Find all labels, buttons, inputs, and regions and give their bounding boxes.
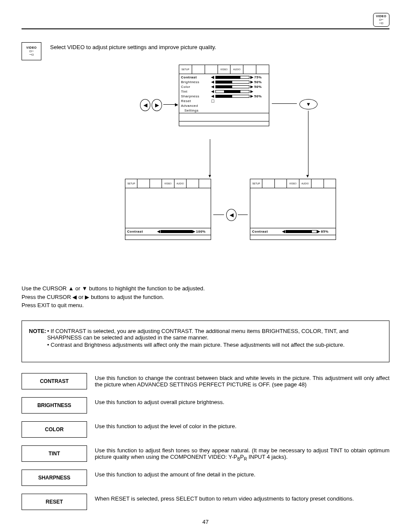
dpad-left-icon: ◀ (140, 99, 150, 111)
note-bullet-1: • If CONTRAST is selected, you are adjus… (47, 328, 382, 341)
note-box: NOTE: • If CONTRAST is selected, you are… (22, 320, 389, 362)
intro-row: VIDEO ◻——◻ Select VIDEO to adjust pictur… (22, 42, 389, 60)
osd-left: SETUPVIDEOAUDIO Contrast ◀ ▶ 100% (125, 179, 211, 240)
definition-label: TINT (22, 445, 87, 462)
definition-text: When RESET is selected, press SELECT but… (95, 494, 389, 502)
osd-tab: AUDIO (174, 179, 187, 188)
left-arrow-icon: ◀ (72, 294, 77, 300)
definition-row: TINTUse this function to adjust flesh to… (22, 445, 389, 462)
definition-label: CONTRAST (22, 373, 87, 389)
definition-text: Use this function to change the contrast… (95, 373, 389, 388)
osd-tab: SETUP (250, 179, 262, 188)
osd-tab (262, 179, 274, 188)
osd-tab (205, 65, 218, 74)
osd-tab: VIDEO (218, 65, 231, 74)
definition-label: SHARPNESS (22, 470, 87, 486)
osd-tab (137, 179, 149, 188)
intro-text: Select VIDEO to adjust picture settings … (50, 44, 216, 50)
definition-text: Use this function to adjust the level of… (95, 421, 389, 429)
osd-tab (275, 179, 287, 188)
dpad-right-icon: ▶ (152, 99, 162, 111)
definition-row: COLORUse this function to adjust the lev… (22, 421, 389, 438)
page-number: 47 (22, 519, 389, 525)
osd-tab: SETUP (125, 179, 137, 188)
osd-tab (311, 179, 324, 188)
osd-row: Tint◀▶ (181, 89, 267, 94)
dpad-down-icon: ▼ (299, 99, 318, 109)
definition-label: COLOR (22, 421, 87, 438)
osd-tab (150, 179, 162, 188)
definition-row: RESETWhen RESET is selected, press SELEC… (22, 494, 389, 510)
osd-row: Settings (181, 108, 267, 113)
osd-tab (256, 65, 269, 74)
definition-row: SHARPNESSUse this function to adjust the… (22, 470, 389, 486)
osd-left-pct: 100% (195, 230, 209, 233)
osd-right-pct: 85% (320, 230, 334, 233)
definition-label: BRIGHTNESS (22, 397, 87, 414)
osd-row: Color◀▶50% (181, 84, 267, 89)
osd-row: Brightness◀▶50% (181, 80, 267, 84)
intro-video-icon-box: VIDEO ◻——◻ (22, 42, 41, 60)
osd-row: Advanced (181, 103, 267, 108)
header-bar: VIDEO ◻——◻ (22, 13, 389, 29)
osd-right-label: Contrast (252, 230, 282, 233)
video-badge: VIDEO ◻——◻ (373, 13, 389, 27)
osd-tab (324, 179, 336, 188)
osd-tab: VIDEO (162, 179, 174, 188)
definition-label: RESET (22, 494, 87, 510)
dpad-left-center-icon: ◀ (226, 209, 237, 221)
osd-right: SETUPVIDEOAUDIO Contrast ◀ ▶ 85% (250, 179, 336, 240)
definition-text: Use this function to adjust overall pict… (95, 397, 389, 405)
osd-tab (187, 179, 199, 188)
osd-tab: VIDEO (287, 179, 299, 188)
definition-text: Use this function to adjust the amount o… (95, 470, 389, 478)
definition-row: CONTRASTUse this function to change the … (22, 373, 389, 389)
right-arrow-icon: ▶ (85, 294, 89, 300)
osd-tab: AUDIO (230, 65, 243, 74)
definition-text: Use this function to adjust flesh tones … (95, 445, 389, 461)
osd-main: SETUPVIDEOAUDIO Contrast◀▶75%Brightness◀… (179, 65, 269, 126)
osd-tab: AUDIO (299, 179, 311, 188)
video-badge-glyph: ◻——◻ (379, 18, 383, 25)
note-bullet-2: • Contrast and Brightness adjustments wi… (47, 342, 382, 348)
note-label: NOTE: (29, 328, 46, 348)
down-arrow-icon: ▼ (82, 285, 87, 292)
osd-tab: SETUP (179, 65, 192, 74)
osd-tab (243, 65, 256, 74)
osd-tab (192, 65, 205, 74)
diagram-area: ◀ ▶ ▶ SETUPVIDEOAUDIO Contrast◀▶75%Brigh… (56, 65, 389, 280)
osd-tab (199, 179, 211, 188)
definitions: CONTRASTUse this function to change the … (22, 373, 389, 510)
osd-row: Sharpness◀▶50% (181, 94, 267, 99)
instructions: Use the CURSOR ▲ or ▼ buttons to highlig… (22, 284, 389, 310)
osd-row: Reset☐ (181, 99, 267, 103)
osd-left-label: Contrast (127, 230, 157, 233)
up-arrow-icon: ▲ (68, 285, 74, 292)
osd-row: Contrast◀▶75% (181, 75, 267, 80)
definition-row: BRIGHTNESSUse this function to adjust ov… (22, 397, 389, 414)
